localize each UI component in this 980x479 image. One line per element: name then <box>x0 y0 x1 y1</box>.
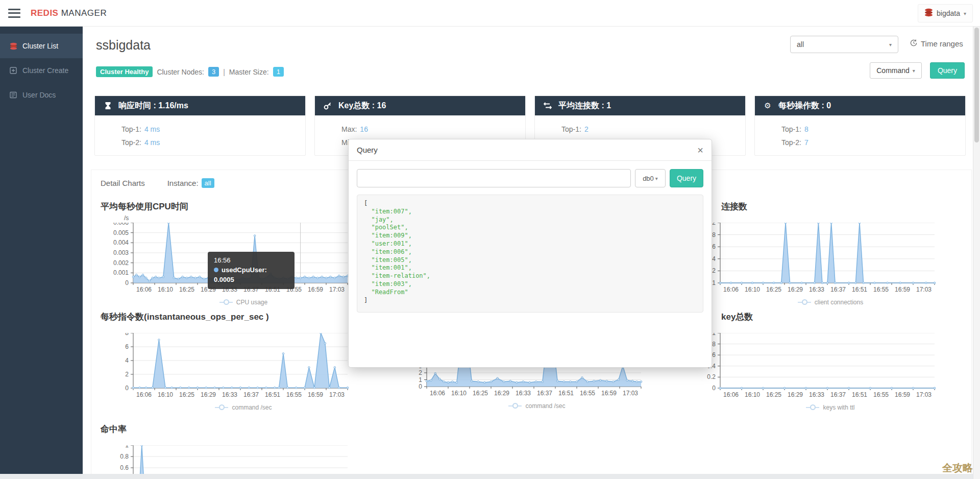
svg-text:16:55: 16:55 <box>286 391 302 398</box>
svg-text:6: 6 <box>125 343 129 350</box>
svg-text:0: 0 <box>125 279 129 286</box>
keys-with-ttl-plot: 00.20.40.60.8116:0616:1016:2516:2916:331… <box>688 333 972 403</box>
stat-value: 8 <box>804 125 808 133</box>
gear-icon: ⚙ <box>763 101 772 110</box>
svg-text:16:29: 16:29 <box>788 391 803 398</box>
chart-legend[interactable]: command /sec <box>101 404 354 411</box>
page-title: ssbigdata <box>96 38 151 53</box>
svg-text:16:33: 16:33 <box>809 286 824 293</box>
stat-value: 7 <box>804 138 808 147</box>
stat-label: Top-1: <box>121 125 141 133</box>
svg-text:16:37: 16:37 <box>830 391 846 398</box>
svg-text:16:10: 16:10 <box>158 286 173 293</box>
svg-text:16:06: 16:06 <box>723 286 739 293</box>
svg-text:16:33: 16:33 <box>222 391 237 398</box>
svg-text:16:51: 16:51 <box>558 390 574 397</box>
stat-label: Max: <box>341 125 357 133</box>
tooltip-time: 16:56 <box>214 255 288 265</box>
svg-text:16:25: 16:25 <box>766 391 781 398</box>
chart-title: 平均每秒使用CPU时间 <box>101 201 385 212</box>
sidebar-item-cluster-list[interactable]: Cluster List <box>0 34 83 58</box>
brand-redis: REDIS <box>31 8 58 18</box>
cluster-healthy-badge: Cluster Healthy <box>96 66 153 77</box>
svg-text:0.8: 0.8 <box>120 453 129 460</box>
svg-text:16:59: 16:59 <box>895 286 910 293</box>
svg-text:16:25: 16:25 <box>766 286 781 293</box>
svg-text:16:37: 16:37 <box>830 286 846 293</box>
query-result: [ "item:007", "jay", "poolSet", "item:00… <box>357 195 703 313</box>
chart-keys-with-ttl: key总数 00.20.40.60.8116:0616:1016:2516:29… <box>678 311 972 421</box>
brand-manager: MANAGER <box>61 8 107 18</box>
svg-text:16:10: 16:10 <box>745 286 760 293</box>
svg-text:16:06: 16:06 <box>723 391 739 398</box>
svg-text:16:59: 16:59 <box>601 390 617 397</box>
svg-text:17:03: 17:03 <box>623 390 638 397</box>
svg-text:16:29: 16:29 <box>494 390 509 397</box>
svg-text:16:59: 16:59 <box>308 391 323 398</box>
legend-marker-icon <box>219 302 233 303</box>
scrollbar-thumb[interactable] <box>974 28 979 142</box>
db-select-button[interactable]: db0 ▾ <box>635 169 666 187</box>
connections-plot: 11.21.41.61.8216:0616:1016:2516:2916:331… <box>688 223 972 298</box>
svg-text:0: 0 <box>125 385 129 392</box>
query-button[interactable]: Query <box>930 62 965 79</box>
page-footer <box>0 474 980 479</box>
stat-value: 4 ms <box>144 138 160 147</box>
chart-tooltip: 16:56 usedCpuUser: 0.0005 <box>208 252 295 289</box>
chart-legend[interactable]: client connections <box>688 299 941 306</box>
svg-text:1: 1 <box>712 333 716 337</box>
top-navbar: REDIS MANAGER bigdata ▾ <box>0 0 980 27</box>
user-menu-button[interactable]: bigdata ▾ <box>918 4 973 22</box>
command-dropdown-button[interactable]: Command ▾ <box>870 62 922 79</box>
series-dot-icon <box>214 268 218 272</box>
svg-text:0.005: 0.005 <box>113 229 129 236</box>
instance-all-badge[interactable]: all <box>202 178 214 188</box>
stat-card-title: 平均连接数 : 1 <box>558 101 611 111</box>
legend-marker-icon <box>215 407 228 408</box>
stat-label: Top-2: <box>121 138 141 147</box>
svg-text:8: 8 <box>125 333 129 337</box>
sidebar-item-label: User Docs <box>22 91 56 99</box>
svg-text:16:33: 16:33 <box>516 390 531 397</box>
chart-title: 连接数 <box>688 201 972 212</box>
svg-text:0.001: 0.001 <box>113 269 129 276</box>
plus-icon <box>9 66 17 75</box>
tooltip-value: 0.0005 <box>214 276 234 283</box>
svg-text:0: 0 <box>712 385 716 392</box>
time-ranges-label: Time ranges <box>921 39 963 48</box>
svg-text:16:55: 16:55 <box>873 391 889 398</box>
command-label: Command <box>876 66 910 75</box>
chart-legend[interactable]: CPU usage <box>101 299 354 306</box>
svg-text:2: 2 <box>419 369 422 376</box>
sidebar: Cluster List Cluster Create User Docs <box>0 27 83 474</box>
modal-query-button[interactable]: Query <box>670 169 703 187</box>
page-scrollbar[interactable] <box>973 27 980 479</box>
sidebar-item-cluster-create[interactable]: Cluster Create <box>0 58 83 83</box>
chart-legend[interactable]: command /sec <box>394 402 647 410</box>
stat-label: Top-1: <box>561 125 581 133</box>
svg-text:16:59: 16:59 <box>308 286 323 293</box>
instance-select[interactable]: all ▾ <box>790 36 898 53</box>
svg-text:16:06: 16:06 <box>136 286 152 293</box>
master-size-badge: 1 <box>273 67 284 77</box>
svg-text:4: 4 <box>125 357 129 364</box>
stat-card-title: 每秒操作数 : 0 <box>778 101 831 111</box>
svg-text:1: 1 <box>419 376 422 384</box>
time-ranges-button[interactable]: Time ranges <box>910 39 963 49</box>
svg-text:17:03: 17:03 <box>329 286 345 293</box>
svg-text:16:59: 16:59 <box>895 391 910 398</box>
svg-text:0.004: 0.004 <box>113 239 129 246</box>
chart-legend[interactable]: keys with ttl <box>688 404 941 411</box>
svg-text:16:10: 16:10 <box>745 391 760 398</box>
close-icon[interactable]: × <box>697 145 703 155</box>
svg-text:17:03: 17:03 <box>916 286 932 293</box>
svg-text:16:51: 16:51 <box>265 391 280 398</box>
stat-label: Top-1: <box>781 125 801 133</box>
modal-title: Query <box>357 146 378 154</box>
svg-text:16:37: 16:37 <box>243 391 259 398</box>
query-input[interactable] <box>357 169 631 187</box>
sidebar-item-user-docs[interactable]: User Docs <box>0 83 83 107</box>
svg-text:16:06: 16:06 <box>136 391 152 398</box>
menu-toggle-icon[interactable] <box>8 9 20 18</box>
command-row: Command ▾ Query <box>870 62 965 79</box>
